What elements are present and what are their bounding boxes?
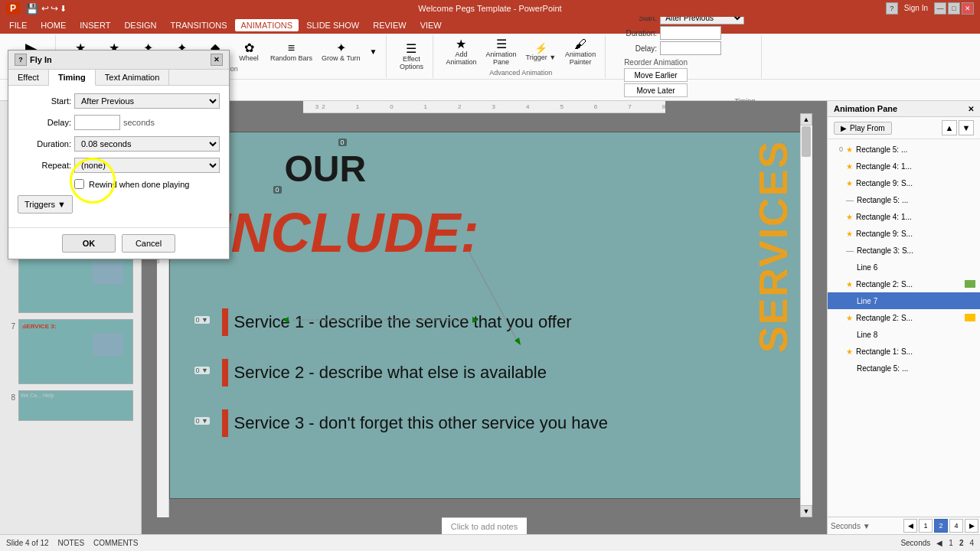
anim-item-13[interactable]: Rectangle 5: ... [828, 360, 980, 377]
anim-page-1[interactable]: 1 [919, 519, 933, 533]
anim-page-3[interactable]: 4 [949, 519, 963, 533]
menu-slideshow[interactable]: SLIDE SHOW [300, 19, 365, 31]
effect-options-button[interactable]: ☰ EffectOptions [396, 41, 426, 72]
dialog-repeat-select[interactable]: (none) 2 3 Until Next Click [74, 158, 220, 173]
notes-btn[interactable]: NOTES [58, 539, 84, 547]
slide-editor: 3 2 1 0 1 2 3 4 5 6 7 8 3 2 1 0 1 [142, 101, 827, 534]
slide-thumb-7[interactable]: 7 ★ SERVICE 3: [3, 318, 138, 386]
dialog-close-btn[interactable]: ✕ [211, 54, 223, 66]
service-item-2: 0 ▼ Service 2 - describe what else is av… [216, 359, 608, 386]
anim-item-3[interactable]: — Rectangle 5: ... [828, 191, 980, 208]
anim-grow-turn[interactable]: ✦ Grow & Turn [318, 41, 364, 64]
dialog-tab-effect[interactable]: Effect [8, 70, 49, 85]
titlebar: P 💾 ↩ ↪ ⬇ Welcome Pegs Template - PowerP… [0, 0, 980, 17]
menu-insert[interactable]: INSERT [74, 19, 116, 31]
dialog-tab-text-animation[interactable]: Text Animation [96, 70, 170, 85]
add-animation-button[interactable]: ★ AddAnimation [443, 37, 479, 67]
minimize-button[interactable]: — [934, 2, 946, 15]
grow-turn-icon: ✦ [336, 42, 346, 54]
status-right: Seconds ◀ 1 2 4 [900, 539, 974, 547]
anim-item-10[interactable]: ★ Rectangle 2: S... [828, 309, 980, 326]
dialog-start-select[interactable]: After Previous On Click With Previous [74, 93, 220, 109]
delay-input[interactable]: 00.25 [660, 41, 721, 55]
trigger-button[interactable]: ⚡ Trigger ▼ [523, 41, 560, 63]
anim-item-0[interactable]: 0 ★ Rectangle 5: ... [828, 141, 980, 158]
scroll-up-btn[interactable]: ▲ [800, 113, 812, 126]
sign-in-btn[interactable]: Sign In [900, 2, 933, 15]
anim-reorder-down[interactable]: ▼ [959, 120, 974, 135]
effect-options-icon: ☰ [406, 43, 416, 55]
service-bullet-2 [222, 359, 228, 386]
nav-page-2[interactable]: 2 [959, 539, 964, 547]
comments-btn[interactable]: COMMENTS [93, 539, 138, 547]
dialog-start-label: Start: [18, 96, 71, 106]
dialog-delay-input[interactable]: 0.25 [74, 115, 120, 130]
maximize-button[interactable]: □ [948, 2, 960, 15]
anim-item-5[interactable]: ★ Rectangle 9: S... [828, 225, 980, 242]
menu-design[interactable]: DESIGN [118, 19, 162, 31]
anim-nav-btns: ◀ 1 2 4 ▶ [902, 517, 980, 534]
slide-thumb-8[interactable]: 8 We Ca... Help [3, 389, 138, 422]
slide-info: Slide 4 of 12 [6, 539, 49, 547]
slide-canvas: OUR SERVICES INCLUDE: 0 0 0 ▼ [169, 132, 812, 499]
redo-icon[interactable]: ↪ [51, 3, 58, 14]
scroll-track [801, 126, 812, 505]
play-from-button[interactable]: ▶ Play From [834, 122, 892, 135]
dialog-cancel-button[interactable]: Cancel [122, 234, 175, 253]
anim-item-2[interactable]: ★ Rectangle 9: S... [828, 174, 980, 191]
anim-item-12[interactable]: ★ Rectangle 1: S... [828, 343, 980, 360]
duration-input[interactable]: 00.08 [660, 26, 721, 40]
animation-pane-close-icon[interactable]: ✕ [968, 105, 974, 113]
animation-painter-button[interactable]: 🖌 AnimationPainter [562, 37, 599, 67]
menu-review[interactable]: REVIEW [367, 19, 412, 31]
menu-file[interactable]: FILE [3, 19, 33, 31]
nav-prev[interactable]: ◀ [936, 539, 942, 547]
anim-wheel[interactable]: ✿ Wheel [234, 41, 264, 64]
anim-item-1[interactable]: ★ Rectangle 4: 1... [828, 158, 980, 174]
dialog-triggers-btn[interactable]: Triggers ▼ [18, 195, 73, 214]
vertical-scrollbar[interactable]: ▲ ▼ [800, 113, 812, 517]
dialog-title: Fly In [30, 55, 52, 64]
anim-scroll-right[interactable]: ▶ [965, 519, 978, 533]
anim-item-4[interactable]: ★ Rectangle 4: 1... [828, 208, 980, 225]
zoom-select[interactable]: Seconds [900, 539, 930, 547]
undo-icon[interactable]: ↩ [41, 3, 49, 14]
more-icon: ▼ [370, 48, 377, 56]
anim-reorder-up[interactable]: ▲ [942, 120, 957, 135]
dialog-repeat-label: Repeat: [18, 161, 71, 170]
anim-item-8[interactable]: ★ Rectangle 2: S... [828, 276, 980, 292]
notes-bar[interactable]: Click to add notes [442, 517, 527, 534]
menu-home[interactable]: HOME [34, 19, 72, 31]
dialog-help-btn[interactable]: ? [15, 54, 27, 66]
menu-transitions[interactable]: TRANSITIONS [165, 19, 234, 31]
move-earlier-button[interactable]: Move Earlier [624, 68, 688, 82]
menu-view[interactable]: VIEW [414, 19, 448, 31]
dialog-rewind-checkbox[interactable] [74, 179, 84, 189]
anim-scroll-left[interactable]: ◀ [903, 519, 917, 533]
dialog-duration-select[interactable]: 0.08 seconds 0.25 seconds 0.5 seconds 1 … [74, 136, 220, 152]
anim-more[interactable]: ▼ [367, 47, 381, 57]
scroll-down-btn[interactable]: ▼ [800, 505, 812, 517]
dialog-rewind-row: Rewind when done playing [18, 179, 220, 189]
customize-icon[interactable]: ⬇ [60, 4, 67, 14]
animation-pane-button[interactable]: ☰ AnimationPane [482, 37, 519, 67]
app-icon: P [6, 2, 20, 15]
anim-item-9[interactable]: Line 7 [828, 292, 980, 309]
duration-row: Duration: 00.08 [615, 26, 744, 40]
anim-item-6[interactable]: — Rectangle 3: S... [828, 242, 980, 259]
dialog-tab-timing[interactable]: Timing [49, 70, 96, 86]
menu-animations[interactable]: ANIMATIONS [235, 19, 299, 31]
nav-page-1[interactable]: 1 [949, 539, 953, 547]
help-button[interactable]: ? [886, 2, 898, 15]
anim-item-11[interactable]: Line 8 [828, 326, 980, 343]
anim-indicator-green [965, 280, 975, 288]
anim-item-7[interactable]: Line 6 [828, 259, 980, 276]
anim-page-2[interactable]: 2 [934, 519, 948, 533]
dialog-ok-button[interactable]: OK [62, 234, 116, 253]
quick-save-icon[interactable]: 💾 [26, 3, 38, 15]
nav-page-3[interactable]: 4 [969, 539, 974, 547]
move-later-button[interactable]: Move Later [624, 83, 688, 97]
close-button[interactable]: ✕ [962, 2, 974, 15]
anim-random-bars[interactable]: ≡ Random Bars [267, 41, 315, 64]
trigger-icon: ⚡ [534, 43, 547, 54]
